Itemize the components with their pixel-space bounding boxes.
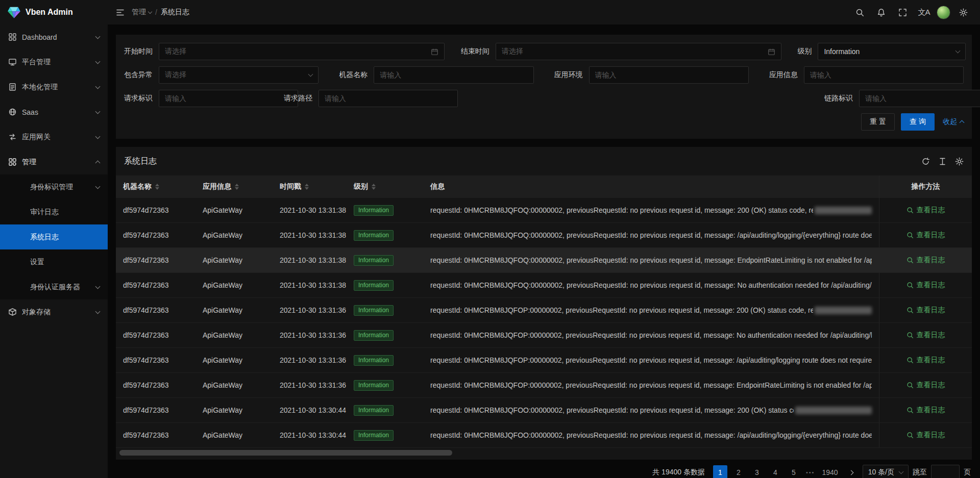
chevron-down-icon bbox=[95, 84, 101, 89]
jump-page-input[interactable] bbox=[931, 465, 960, 478]
magnifier-icon bbox=[906, 432, 914, 439]
level-label: 级别 bbox=[797, 47, 812, 56]
chevron-right-icon bbox=[849, 470, 854, 475]
sidebar-item-management[interactable]: 管理 bbox=[0, 149, 108, 174]
app-info-label: 应用信息 bbox=[769, 70, 798, 80]
level-badge: Information bbox=[354, 355, 394, 366]
app-info-input[interactable] bbox=[804, 66, 964, 84]
sort-icons bbox=[372, 184, 376, 190]
table-row[interactable]: df5974d72363 ApiGateWay 2021-10-30 13:31… bbox=[116, 373, 972, 398]
sidebar-item-platform-management[interactable]: 平台管理 bbox=[0, 49, 108, 74]
pagination: 共 19400 条数据 1 2 3 4 5 ••• 1940 10 条/页 跳至… bbox=[116, 460, 972, 478]
search-icon[interactable] bbox=[851, 2, 868, 22]
sidebar-item-app-gateway[interactable]: 应用网关 bbox=[0, 124, 108, 149]
trace-id-label: 链路标识 bbox=[824, 94, 853, 103]
page-button-3[interactable]: 3 bbox=[750, 465, 764, 478]
column-header-machine-name[interactable]: 机器名称 bbox=[116, 175, 195, 198]
page-button-1[interactable]: 1 bbox=[713, 465, 727, 478]
sidebar-item-dashboard[interactable]: Dashboard bbox=[0, 24, 108, 49]
end-time-picker[interactable]: 请选择 bbox=[496, 43, 781, 60]
page-button-5[interactable]: 5 bbox=[787, 465, 801, 478]
column-header-timestamp[interactable]: 时间戳 bbox=[273, 175, 347, 198]
trace-id-input[interactable] bbox=[859, 90, 980, 107]
view-log-button[interactable]: 查看日志 bbox=[879, 298, 972, 322]
start-time-picker[interactable]: 请选择 bbox=[159, 43, 445, 60]
sidebar-item-saas[interactable]: Saas bbox=[0, 99, 108, 124]
column-settings-icon[interactable] bbox=[955, 157, 964, 166]
jump-suffix-label: 页 bbox=[964, 468, 971, 477]
exception-select[interactable]: 请选择 bbox=[159, 66, 318, 84]
view-log-button[interactable]: 查看日志 bbox=[879, 348, 972, 372]
breadcrumb-management[interactable]: 管理 bbox=[132, 8, 152, 17]
view-log-button[interactable]: 查看日志 bbox=[879, 248, 972, 272]
sidebar-item-audit-log[interactable]: 审计日志 bbox=[0, 199, 108, 224]
page-button-last[interactable]: 1940 bbox=[820, 465, 840, 478]
page-size-select[interactable]: 10 条/页 bbox=[863, 465, 909, 478]
view-log-button[interactable]: 查看日志 bbox=[879, 223, 972, 247]
header-actions: 文A bbox=[851, 2, 972, 22]
next-page-button[interactable] bbox=[844, 465, 859, 478]
sidebar-item-object-storage[interactable]: 对象存储 bbox=[0, 299, 108, 324]
logo[interactable]: Vben Admin bbox=[0, 0, 108, 24]
level-badge: Information bbox=[354, 255, 394, 266]
dashboard-icon bbox=[8, 33, 17, 41]
view-log-button[interactable]: 查看日志 bbox=[879, 373, 972, 397]
view-log-button[interactable]: 查看日志 bbox=[879, 398, 972, 422]
pagination-ellipsis[interactable]: ••• bbox=[805, 469, 816, 475]
sidebar-item-auth-server[interactable]: 身份认证服务器 bbox=[0, 274, 108, 299]
table-row[interactable]: df5974d72363 ApiGateWay 2021-10-30 13:31… bbox=[116, 348, 972, 373]
table-row[interactable]: df5974d72363 ApiGateWay 2021-10-30 13:31… bbox=[116, 323, 972, 348]
reset-button[interactable]: 重 置 bbox=[861, 113, 895, 131]
collapse-link[interactable]: 收起 bbox=[943, 117, 964, 127]
sidebar-item-system-log[interactable]: 系统日志 bbox=[0, 224, 108, 249]
view-log-button[interactable]: 查看日志 bbox=[879, 423, 972, 447]
chevron-up-icon bbox=[960, 120, 965, 125]
sidebar-item-localization-management[interactable]: 本地化管理 bbox=[0, 74, 108, 99]
sidebar-item-identity-management[interactable]: 身份标识管理 bbox=[0, 174, 108, 199]
machine-name-input[interactable] bbox=[374, 66, 533, 84]
breadcrumb: 管理 / 系统日志 bbox=[132, 8, 189, 17]
start-time-label: 开始时间 bbox=[124, 47, 153, 56]
row-height-icon[interactable] bbox=[938, 157, 947, 166]
table-header-row: 机器名称 应用信息 时间戳 级别 bbox=[116, 175, 972, 198]
table-row[interactable]: df5974d72363 ApiGateWay 2021-10-30 13:30… bbox=[116, 398, 972, 423]
avatar[interactable] bbox=[937, 6, 950, 19]
fullscreen-icon[interactable] bbox=[894, 2, 911, 22]
gateway-icon bbox=[8, 133, 17, 141]
table-row[interactable]: df5974d72363 ApiGateWay 2021-10-30 13:31… bbox=[116, 298, 972, 323]
sidebar-item-settings[interactable]: 设置 bbox=[0, 249, 108, 274]
column-header-level[interactable]: 级别 bbox=[347, 175, 423, 198]
filter-panel: 开始时间 请选择 结束时间 请选择 级别 bbox=[116, 35, 972, 139]
table-row[interactable]: df5974d72363 ApiGateWay 2021-10-30 13:31… bbox=[116, 198, 972, 223]
table-row[interactable]: df5974d72363 ApiGateWay 2021-10-30 13:31… bbox=[116, 273, 972, 298]
bell-icon[interactable] bbox=[872, 2, 890, 22]
management-icon bbox=[8, 158, 17, 166]
request-id-input[interactable] bbox=[159, 90, 298, 107]
page-button-4[interactable]: 4 bbox=[768, 465, 782, 478]
localization-icon bbox=[8, 83, 17, 91]
locale-icon[interactable]: 文A bbox=[915, 2, 933, 22]
magnifier-icon bbox=[906, 332, 914, 339]
menu-fold-icon[interactable] bbox=[116, 8, 125, 17]
scrollbar-thumb[interactable] bbox=[119, 450, 452, 456]
request-path-input[interactable] bbox=[318, 90, 458, 107]
table-panel: 系统日志 bbox=[116, 147, 972, 460]
total-count: 共 19400 条数据 bbox=[652, 468, 705, 477]
gear-icon[interactable] bbox=[954, 2, 972, 22]
table-row[interactable]: df5974d72363 ApiGateWay 2021-10-30 13:30… bbox=[116, 423, 972, 448]
refresh-icon[interactable] bbox=[921, 157, 930, 166]
search-button[interactable]: 查 询 bbox=[901, 113, 935, 131]
breadcrumb-current: 系统日志 bbox=[161, 8, 189, 17]
column-header-actions: 操作方法 bbox=[879, 175, 972, 198]
page-button-2[interactable]: 2 bbox=[731, 465, 746, 478]
table-row[interactable]: df5974d72363 ApiGateWay 2021-10-30 13:31… bbox=[116, 223, 972, 248]
view-log-button[interactable]: 查看日志 bbox=[879, 273, 972, 297]
table-row[interactable]: df5974d72363 ApiGateWay 2021-10-30 13:31… bbox=[116, 248, 972, 273]
chevron-down-icon bbox=[95, 309, 101, 314]
calendar-icon bbox=[431, 48, 438, 56]
view-log-button[interactable]: 查看日志 bbox=[879, 323, 972, 347]
column-header-app-info[interactable]: 应用信息 bbox=[195, 175, 273, 198]
level-select[interactable]: Information bbox=[818, 43, 966, 60]
view-log-button[interactable]: 查看日志 bbox=[879, 198, 972, 222]
app-env-input[interactable] bbox=[589, 66, 749, 84]
